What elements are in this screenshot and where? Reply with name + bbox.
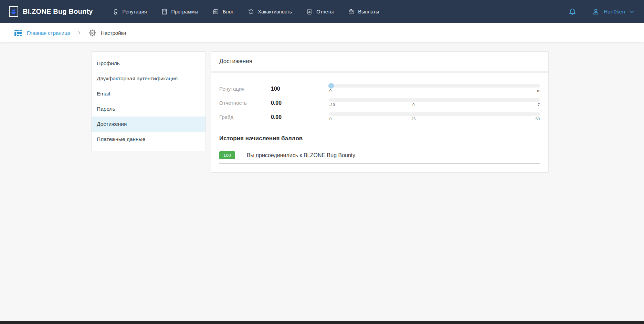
stat-row-reputation: Репутация 100 0 ∞ bbox=[219, 82, 540, 96]
stat-value: 0.00 bbox=[271, 114, 329, 120]
medal-icon bbox=[112, 8, 119, 15]
reputation-slider: 0 ∞ bbox=[329, 82, 540, 93]
scale-max: ∞ bbox=[537, 89, 540, 93]
breadcrumb-separator bbox=[77, 30, 82, 35]
stat-row-grade: Грейд 0.00 0 25 50 bbox=[219, 110, 540, 124]
nav-item-reputation[interactable]: Репутация bbox=[112, 8, 147, 15]
slider-scale: 0 ∞ bbox=[329, 88, 540, 93]
sidebar-item-achievements[interactable]: Достижения bbox=[92, 117, 205, 132]
payments-icon bbox=[348, 8, 355, 15]
event-text: Вы присоединились к Bi.ZONE Bug Bounty bbox=[247, 152, 356, 159]
history-title: История начисления баллов bbox=[219, 135, 540, 142]
chevron-right-icon bbox=[77, 30, 82, 35]
scale-max: 7 bbox=[538, 103, 540, 107]
stat-label: Репутация bbox=[219, 86, 271, 92]
nav-item-blog[interactable]: Блог bbox=[212, 8, 233, 15]
scale-min: 0 bbox=[329, 117, 331, 121]
nav-item-payments[interactable]: Выплаты bbox=[348, 8, 379, 15]
nav-item-reports[interactable]: Отчеты bbox=[306, 8, 334, 15]
slider-handle[interactable] bbox=[328, 83, 334, 89]
nav-item-label: Выплаты bbox=[358, 9, 379, 14]
breadcrumb-current-label: Настройки bbox=[101, 30, 126, 36]
nav-item-label: Хакактивность bbox=[258, 9, 292, 14]
settings-sidebar: Профиль Двухфакторная аутентификация Ema… bbox=[91, 51, 206, 151]
sidebar-item-email[interactable]: Email bbox=[92, 86, 205, 101]
history-icon bbox=[247, 8, 254, 15]
stat-value: 100 bbox=[271, 86, 329, 92]
sidebar-item-password[interactable]: Пароль bbox=[92, 101, 205, 117]
brand-title: BI.ZONE Bug Bounty bbox=[23, 8, 93, 16]
building-icon bbox=[161, 8, 168, 15]
nav-item-label: Отчеты bbox=[316, 9, 334, 14]
breadcrumb-home-label: Главная страница bbox=[27, 30, 70, 36]
history-divider bbox=[219, 129, 540, 129]
stat-value: 0.00 bbox=[271, 100, 329, 106]
stat-label: Отчетность bbox=[219, 100, 271, 106]
panel-body: Репутация 100 0 ∞ Отчетность 0.00 bbox=[211, 73, 548, 172]
nav-item-label: Программы bbox=[171, 9, 198, 14]
bizone-logo[interactable] bbox=[9, 6, 18, 17]
nav-item-hacktivity[interactable]: Хакактивность bbox=[247, 8, 292, 15]
nav-item-label: Репутация bbox=[123, 9, 147, 14]
history-event-row: 100 Вы присоединились к Bi.ZONE Bug Boun… bbox=[219, 151, 540, 164]
scale-mid: 0 bbox=[412, 103, 414, 107]
sidebar-item-2fa[interactable]: Двухфакторная аутентификация bbox=[92, 71, 205, 86]
slider-scale: 0 25 50 bbox=[329, 117, 540, 121]
breadcrumb-current: Настройки bbox=[88, 29, 126, 37]
chevron-down-icon bbox=[629, 9, 635, 15]
panel-title: Достижения bbox=[211, 52, 548, 71]
top-navbar: BI.ZONE Bug Bounty Репутация Программы bbox=[0, 0, 644, 23]
dashboard-icon bbox=[14, 29, 22, 37]
reporting-slider: -10 0 7 bbox=[329, 96, 540, 107]
achievements-panel: Достижения Репутация 100 0 ∞ bbox=[211, 51, 549, 173]
scale-mid: 25 bbox=[411, 117, 415, 121]
navbar-right: Han0ken bbox=[568, 8, 635, 16]
user-icon bbox=[592, 8, 600, 16]
bug-icon bbox=[11, 9, 16, 14]
scale-max: 50 bbox=[536, 117, 540, 121]
grade-slider: 0 25 50 bbox=[329, 110, 540, 121]
main-menu: Репутация Программы Блог bbox=[112, 8, 379, 15]
sidebar-item-payment-data[interactable]: Платежные данные bbox=[92, 132, 205, 147]
sidebar-item-profile[interactable]: Профиль bbox=[92, 56, 205, 71]
scale-min: -10 bbox=[329, 103, 335, 107]
scale-min: 0 bbox=[329, 89, 331, 93]
user-menu[interactable]: Han0ken bbox=[592, 8, 635, 16]
page-content: Профиль Двухфакторная аутентификация Ema… bbox=[0, 42, 644, 324]
points-badge: 100 bbox=[219, 151, 235, 159]
username: Han0ken bbox=[604, 9, 625, 15]
slider-scale: -10 0 7 bbox=[329, 102, 540, 107]
breadcrumb: Главная страница Настройки bbox=[0, 23, 644, 42]
stat-row-reporting: Отчетность 0.00 -10 0 7 bbox=[219, 96, 540, 110]
nav-item-programs[interactable]: Программы bbox=[161, 8, 198, 15]
slider-track bbox=[329, 84, 540, 88]
nav-item-label: Блог bbox=[223, 9, 233, 14]
gear-icon bbox=[88, 29, 97, 37]
bell-icon[interactable] bbox=[568, 8, 577, 16]
slider-track bbox=[329, 98, 540, 102]
report-icon bbox=[306, 8, 313, 15]
slider-track bbox=[329, 112, 540, 116]
stat-label: Грейд bbox=[219, 114, 271, 120]
footer-edge bbox=[0, 321, 644, 324]
newspaper-icon bbox=[212, 8, 219, 15]
breadcrumb-home-link[interactable]: Главная страница bbox=[14, 29, 70, 37]
